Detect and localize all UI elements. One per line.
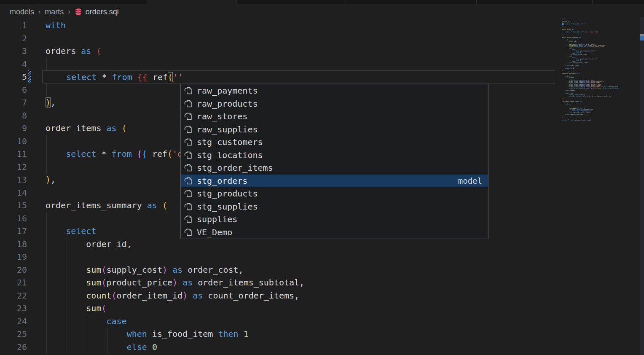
code-token: as: [81, 46, 91, 56]
line-number: 13: [0, 173, 27, 186]
suggest-item-stg_customers[interactable]: stg_customers: [181, 136, 488, 149]
code-token: (: [96, 46, 101, 56]
database-icon: [75, 8, 82, 16]
tab-active[interactable]: [147, 0, 236, 4]
code-token: (: [101, 265, 106, 275]
code-token: [107, 72, 112, 82]
code-token: [177, 277, 182, 288]
tab-separator: [346, 0, 346, 4]
suggest-item-raw_stores[interactable]: raw_stores: [181, 110, 488, 123]
suggest-item-label: stg_order_items: [197, 163, 273, 173]
chevron-right-icon: ›: [68, 8, 70, 16]
indent-guide: [107, 341, 108, 354]
indent-guide: [67, 250, 67, 264]
suggest-item-raw_supplies[interactable]: raw_supplies: [181, 123, 488, 136]
code-line[interactable]: sum(product_price) as order_items_subtot…: [42, 276, 555, 289]
line-number: 19: [0, 250, 27, 264]
tab-separator: [592, 0, 593, 4]
suggest-item-stg_order_items[interactable]: stg_order_items: [181, 161, 488, 175]
line-number: 16: [0, 212, 27, 225]
suggest-item-stg_products[interactable]: stg_products: [181, 187, 488, 200]
code-line[interactable]: [42, 250, 555, 264]
code-token: [117, 123, 122, 133]
suggest-item-stg_supplies[interactable]: stg_supplies: [181, 200, 488, 213]
modified-line-gutter-marker: [28, 70, 31, 83]
code-token: count_order_items,: [203, 290, 299, 301]
indent-guide: [46, 341, 47, 354]
code-token: from: [112, 149, 132, 159]
code-token: [132, 72, 137, 82]
code-token: order_item_id: [117, 290, 183, 301]
suggest-item-VE_Demo[interactable]: VE_Demo: [181, 226, 488, 239]
indent-guide: [87, 315, 87, 328]
suggest-item-stg_orders[interactable]: stg_ordersmodel: [181, 175, 488, 188]
chevron-right-icon: ›: [38, 8, 40, 16]
breadcrumb-item-file[interactable]: orders.sql: [86, 8, 119, 16]
overview-ruler-modified-marker: [640, 36, 644, 40]
code-line[interactable]: [42, 32, 555, 45]
code-line[interactable]: select * from {{ ref('': [42, 70, 555, 83]
suggest-item-raw_payments[interactable]: raw_payments: [181, 84, 488, 97]
line-number: 2: [0, 32, 27, 45]
file-reference-icon: [184, 202, 193, 211]
code-line[interactable]: when is_food_item then 1: [42, 328, 555, 341]
autocomplete-suggest-widget: raw_paymentsraw_productsraw_storesraw_su…: [180, 84, 488, 239]
code-token: [46, 290, 86, 301]
line-number: 21: [0, 276, 27, 289]
code-line[interactable]: case: [42, 315, 555, 328]
file-reference-icon: [184, 112, 193, 121]
code-token: [148, 72, 153, 82]
code-line[interactable]: sum(supply_cost) as order_cost,: [42, 264, 555, 277]
suggest-item-stg_locations[interactable]: stg_locations: [181, 149, 488, 162]
code-line[interactable]: with: [42, 19, 555, 32]
code-line[interactable]: count(order_item_id) as count_order_item…: [42, 289, 555, 302]
code-token: ): [46, 97, 51, 108]
indent-guide: [67, 276, 67, 289]
code-token: ): [182, 290, 188, 301]
code-token: when: [127, 329, 147, 339]
line-number: 17: [0, 225, 27, 238]
line-number: 9: [0, 122, 27, 135]
code-token: order_id,: [46, 239, 132, 249]
code-token: select: [66, 226, 96, 236]
breadcrumb-item-marts[interactable]: marts: [45, 8, 64, 16]
minimap[interactable]: with orders as ( select * from {{ ref(''…: [562, 18, 629, 157]
indent-guide: [46, 135, 47, 148]
file-reference-icon: [184, 228, 193, 237]
code-line[interactable]: order_id,: [42, 238, 555, 251]
file-reference-icon: [184, 151, 193, 160]
code-token: as: [147, 200, 157, 210]
suggest-item-supplies[interactable]: supplies: [181, 213, 488, 226]
code-token: else: [127, 342, 147, 352]
code-token: product_price: [107, 277, 173, 288]
code-token: [91, 46, 96, 56]
code-token: [46, 72, 66, 82]
indent-guide: [67, 238, 67, 251]
suggest-item-raw_products[interactable]: raw_products: [181, 97, 488, 110]
indent-guide: [46, 148, 47, 161]
line-number: 8: [0, 109, 27, 122]
code-token: *: [101, 149, 106, 159]
code-token: then: [218, 329, 238, 339]
code-line[interactable]: sum(: [42, 302, 555, 315]
code-line[interactable]: orders as (: [42, 45, 555, 58]
tab-separator: [147, 0, 147, 4]
code-token: supply_cost: [107, 265, 162, 275]
suggest-item-label: raw_payments: [197, 86, 258, 96]
line-number: 3: [0, 45, 27, 58]
overview-ruler[interactable]: [640, 17, 644, 355]
code-token: as: [182, 277, 193, 288]
breadcrumb-item-models[interactable]: models: [10, 8, 34, 16]
code-token: [147, 342, 152, 352]
line-number: 24: [0, 315, 27, 328]
file-reference-icon: [184, 86, 193, 95]
line-number: 11: [0, 148, 27, 161]
suggest-item-label: stg_locations: [197, 150, 263, 160]
file-reference-icon: [184, 137, 193, 147]
code-line[interactable]: else 0: [42, 341, 555, 354]
code-line[interactable]: [42, 58, 555, 71]
suggest-item-label: stg_customers: [197, 137, 263, 147]
code-token: [46, 342, 127, 352]
indent-guide: [67, 341, 67, 354]
code-token: [107, 149, 112, 159]
